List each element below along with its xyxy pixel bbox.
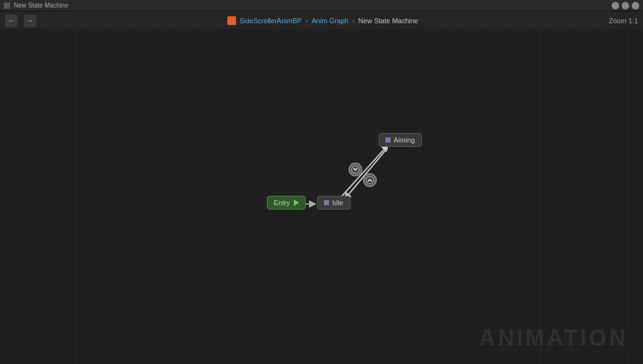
- aiming-node[interactable]: Aiming: [379, 133, 422, 147]
- maximize-button[interactable]: [622, 2, 629, 9]
- anim-bp-icon: [227, 16, 236, 25]
- close-button[interactable]: [632, 2, 639, 9]
- minimize-button[interactable]: [612, 2, 619, 9]
- aiming-label: Aiming: [394, 136, 415, 144]
- title-bar: New State Machine: [0, 0, 643, 11]
- breadcrumb-sep2: ›: [352, 17, 355, 24]
- app-icon: [4, 3, 10, 9]
- title-bar-controls[interactable]: [612, 2, 639, 9]
- breadcrumb-sep1: ›: [306, 17, 308, 24]
- title-bar-title: New State Machine: [14, 2, 68, 9]
- transition-icon-svg2: [365, 176, 374, 185]
- idle-label: Idle: [332, 199, 343, 206]
- entry-play-icon: [294, 200, 299, 206]
- breadcrumb-stateMachine: New State Machine: [359, 17, 418, 24]
- entry-label: Entry: [274, 199, 290, 206]
- forward-button[interactable]: →: [24, 14, 36, 27]
- entry-node[interactable]: Entry: [267, 196, 306, 210]
- svg-line-3: [341, 145, 388, 197]
- breadcrumb-animGraph[interactable]: Anim Graph: [311, 17, 349, 24]
- breadcrumb-animBP[interactable]: SideScrollerAnimBP: [240, 17, 302, 24]
- transition-aiming-to-idle[interactable]: [363, 173, 377, 187]
- idle-node[interactable]: Idle: [317, 196, 350, 210]
- aiming-state-icon: [386, 137, 391, 142]
- idle-state-icon: [324, 200, 329, 205]
- title-bar-left: New State Machine: [4, 2, 68, 9]
- transition-icon-svg: [351, 165, 360, 174]
- breadcrumb: SideScrollerAnimBP › Anim Graph › New St…: [43, 16, 603, 25]
- back-button[interactable]: ←: [5, 14, 18, 27]
- toolbar: ← → SideScrollerAnimBP › Anim Graph › Ne…: [0, 11, 643, 30]
- transition-idle-to-aiming[interactable]: [349, 163, 362, 176]
- watermark: ANIMATION: [479, 325, 628, 351]
- canvas[interactable]: Entry Idle Aiming ANIMATION: [0, 30, 643, 364]
- zoom-label: Zoom 1:1: [609, 17, 638, 24]
